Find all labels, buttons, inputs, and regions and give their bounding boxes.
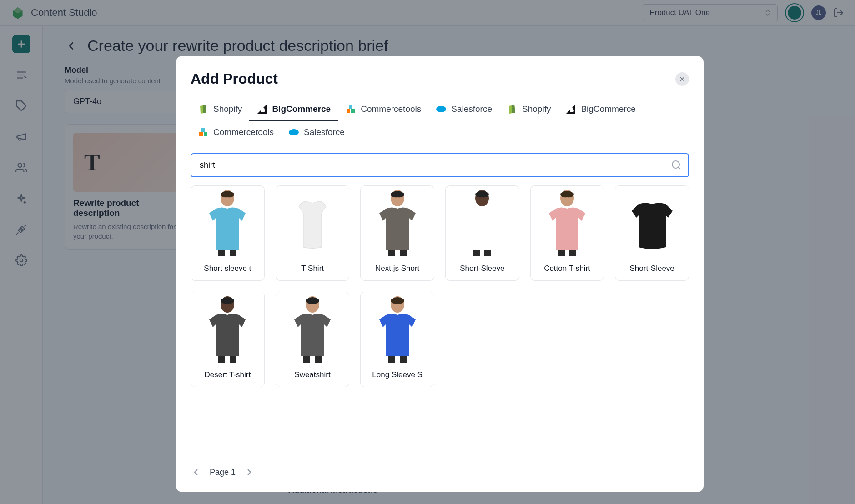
svg-rect-28 (400, 250, 407, 256)
product-name: T-Shirt (276, 259, 349, 280)
product-name: Cotton T-shirt (531, 259, 604, 280)
svg-rect-15 (349, 105, 352, 109)
svg-point-21 (672, 161, 679, 168)
product-image (276, 292, 349, 365)
svg-rect-40 (315, 356, 322, 363)
svg-rect-18 (204, 132, 207, 136)
product-card[interactable]: Long Sleeve S (360, 292, 434, 387)
page-prev-button[interactable] (191, 467, 201, 478)
product-image (531, 186, 604, 259)
product-name: Short-Sleeve (615, 259, 689, 280)
platform-tab-label: Salesforce (304, 127, 345, 137)
platform-tab[interactable]: Shopify (499, 98, 558, 121)
svg-rect-33 (558, 250, 565, 256)
platform-tab-label: Commercetools (213, 127, 274, 137)
product-card[interactable]: Short-Sleeve (445, 185, 519, 281)
platform-tab-label: Salesforce (451, 104, 492, 114)
svg-rect-25 (230, 250, 236, 256)
product-search-input[interactable] (191, 153, 689, 177)
platform-tab-label: BigCommerce (581, 104, 635, 114)
product-card[interactable]: Next.js Short (360, 185, 434, 281)
product-card[interactable]: Desert T-shirt (191, 292, 265, 387)
product-name: Desert T-shirt (191, 365, 264, 387)
platform-tab-label: Shopify (522, 104, 551, 114)
modal-close-button[interactable] (675, 72, 689, 86)
product-name: Short sleeve t (191, 259, 264, 280)
close-icon (679, 75, 686, 83)
svg-rect-14 (351, 109, 355, 113)
svg-rect-37 (230, 356, 236, 363)
platform-tab-label: Commercetools (361, 104, 421, 114)
modal-footer: Page 1 (191, 458, 689, 478)
product-name: Short-Sleeve (446, 259, 519, 280)
product-image (446, 186, 519, 259)
product-card[interactable]: Short-Sleeve (615, 185, 689, 281)
svg-rect-19 (201, 128, 205, 132)
svg-rect-13 (347, 109, 350, 113)
search-icon (671, 160, 682, 170)
product-image (361, 186, 434, 259)
svg-rect-39 (303, 356, 310, 363)
product-name: Long Sleeve S (361, 365, 434, 387)
platform-tab[interactable]: BigCommerce (558, 98, 643, 121)
page-label: Page 1 (210, 468, 236, 477)
svg-point-16 (436, 106, 446, 112)
platform-tab[interactable]: BigCommerce (249, 98, 338, 121)
svg-rect-42 (388, 356, 395, 363)
platform-tab[interactable]: Salesforce (281, 121, 352, 145)
platform-tab[interactable]: Commercetools (191, 121, 281, 145)
svg-line-22 (679, 167, 680, 169)
modal-title: Add Product (191, 70, 278, 87)
product-image (276, 186, 349, 259)
platform-tab[interactable]: Commercetools (338, 98, 428, 121)
modal-header: Add Product (191, 70, 689, 87)
svg-rect-31 (484, 250, 491, 256)
product-name: Next.js Short (361, 259, 434, 280)
svg-rect-43 (400, 356, 407, 363)
product-image (191, 186, 264, 259)
page-next-button[interactable] (244, 467, 255, 478)
platform-tab[interactable]: Salesforce (428, 98, 499, 121)
product-name: Sweatshirt (276, 365, 349, 387)
svg-rect-24 (218, 250, 225, 256)
svg-point-20 (289, 129, 299, 135)
svg-rect-34 (569, 250, 576, 256)
product-card[interactable]: Short sleeve t (191, 185, 265, 281)
search-wrap (191, 153, 689, 177)
product-image (191, 292, 264, 365)
product-image (361, 292, 434, 365)
product-card[interactable]: T-Shirt (276, 185, 350, 281)
svg-rect-27 (388, 250, 395, 256)
add-product-modal: Add Product ShopifyBigCommerceCommerceto… (176, 56, 704, 492)
product-card[interactable]: Cotton T-shirt (530, 185, 604, 281)
product-grid: Short sleeve tT-ShirtNext.js ShortShort-… (191, 185, 689, 387)
platform-tab[interactable]: Shopify (191, 98, 249, 121)
platform-tab-label: Shopify (213, 104, 242, 114)
svg-rect-36 (218, 356, 225, 363)
svg-rect-17 (199, 132, 203, 136)
product-image (615, 186, 689, 259)
product-card[interactable]: Sweatshirt (276, 292, 350, 387)
platform-tab-label: BigCommerce (272, 104, 331, 114)
platform-tabs: ShopifyBigCommerceCommercetoolsSalesforc… (191, 98, 689, 145)
svg-rect-30 (473, 250, 480, 256)
